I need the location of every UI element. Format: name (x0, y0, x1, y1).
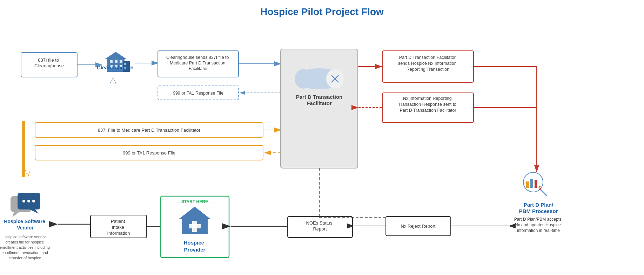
svg-text:Part D Transaction: Part D Transaction (296, 94, 343, 100)
svg-text:Part D Plan/PBM accepts
    Nx: Part D Plan/PBM accepts Nx and updates H… (514, 217, 563, 233)
svg-text:Facilitator: Facilitator (307, 100, 332, 106)
svg-marker-72 (179, 207, 210, 219)
svg-rect-75 (189, 224, 201, 228)
svg-rect-49 (526, 181, 529, 188)
svg-text:Hospice software vendor
    cr: Hospice software vendor creates file for… (0, 235, 51, 260)
svg-text:PBM Processor: PBM Processor (519, 208, 558, 214)
svg-text:837I file to
    Clearinghouse: 837I file to Clearinghouse (34, 57, 64, 68)
svg-rect-5 (110, 60, 113, 63)
svg-point-63 (32, 200, 35, 202)
svg-rect-50 (530, 179, 533, 188)
svg-rect-6 (115, 60, 118, 63)
svg-text:Nx Information Reporting
    T: Nx Information Reporting Transaction Res… (398, 96, 457, 113)
svg-rect-51 (535, 180, 537, 188)
svg-text:Clearinghouse: Clearinghouse (97, 64, 133, 70)
svg-rect-7 (120, 60, 122, 63)
svg-rect-22 (22, 121, 25, 177)
svg-text:837I File to Medicare Part D T: 837I File to Medicare Part D Transaction… (98, 128, 201, 133)
svg-text:— START HERE —: — START HERE — (176, 199, 213, 204)
svg-text:Part D Transaction Facilitator: Part D Transaction Facilitator sends Hos… (398, 55, 458, 72)
svg-line-53 (541, 190, 546, 195)
page-title: Hospice Pilot Project Flow (0, 0, 644, 20)
svg-point-61 (22, 200, 25, 202)
svg-text:999 or TA1 Response File: 999 or TA1 Response File (123, 150, 175, 156)
svg-point-62 (27, 200, 30, 202)
svg-marker-4 (105, 52, 126, 59)
svg-marker-58 (12, 212, 19, 217)
svg-rect-29 (281, 49, 358, 168)
svg-point-31 (295, 69, 312, 89)
svg-text:999 or TA1 Response File: 999 or TA1 Response File (173, 91, 223, 96)
svg-text:Hospice Software
    Vendor: Hospice Software Vendor (4, 219, 46, 231)
svg-text:Part D Plan/: Part D Plan/ (524, 202, 554, 208)
svg-text:Hospice
    Provider: Hospice Provider (184, 240, 206, 253)
svg-marker-60 (30, 209, 39, 214)
svg-text:Nx Reject Report: Nx Reject Report (401, 224, 436, 229)
